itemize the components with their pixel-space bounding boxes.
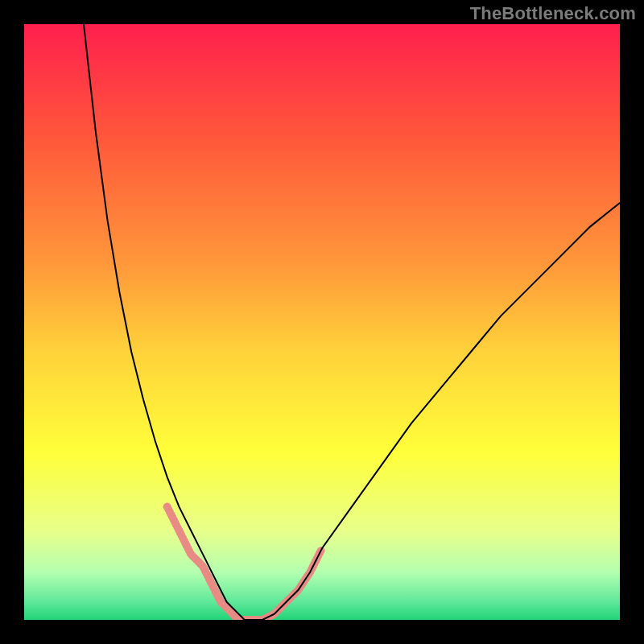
highlight-segment — [250, 548, 322, 620]
figure-frame: TheBottleneck.com — [0, 0, 644, 644]
chart-curve-layer — [24, 24, 620, 620]
chart-line — [84, 24, 620, 620]
watermark-text: TheBottleneck.com — [470, 3, 636, 24]
plot-area — [24, 24, 620, 620]
highlight-segment — [167, 506, 251, 620]
